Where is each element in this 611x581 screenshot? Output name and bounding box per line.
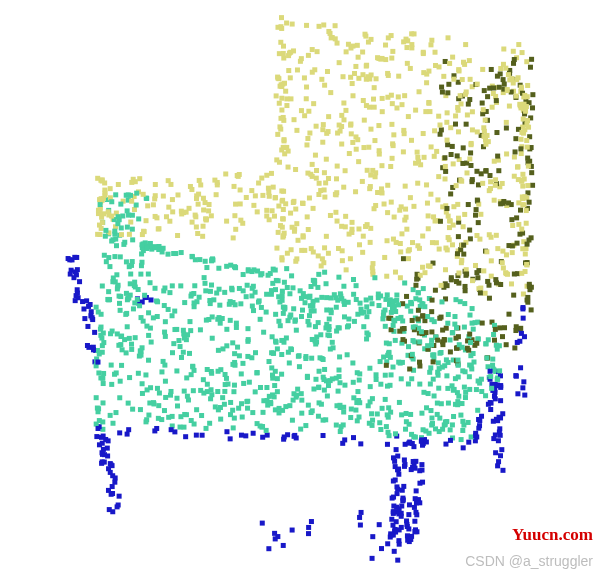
watermark-primary: Yuucn.com — [512, 525, 593, 545]
watermark-secondary: CSDN @a_struggler — [465, 553, 593, 569]
pointcloud-scatter — [0, 0, 611, 581]
